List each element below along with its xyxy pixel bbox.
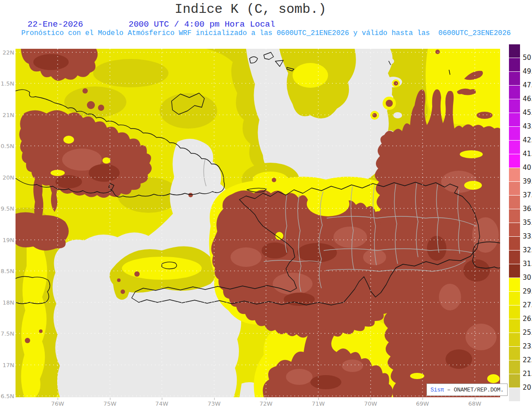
colorbar-segment	[509, 333, 520, 346]
lon-tick-label: 70W	[364, 400, 377, 407]
lat-tick-label: 1.5N	[1, 80, 14, 87]
k-index-map	[16, 49, 500, 397]
colorbar-segment	[509, 113, 520, 126]
colorbar-segment	[509, 71, 520, 85]
colorbar-segment	[509, 305, 520, 319]
lon-tick-label: 74W	[155, 400, 168, 407]
lon-tick-label: 75W	[103, 400, 116, 407]
colorbar-tick-label: 35.2	[523, 219, 532, 227]
model-info-line: Pronóstico con el Modelo Atmósferico WRF…	[0, 29, 532, 37]
colorbar-segment	[509, 154, 520, 168]
lat-tick-label: 0.5N	[1, 143, 14, 149]
lat-tick-label: 22N	[3, 49, 14, 56]
colorbar-segment	[509, 44, 520, 58]
colorbar-tick-label: 37.8	[523, 191, 532, 199]
lat-tick-label: 9.5N	[1, 205, 14, 212]
colorbar-tick-label: 20	[523, 384, 531, 391]
lon-tick-label: 71W	[312, 400, 325, 407]
lon-tick-label: 76W	[51, 400, 64, 407]
page-title: Indice K (C, somb.)	[0, 2, 501, 17]
colorbar-tick-label: 39.1	[523, 177, 532, 185]
lat-tick-label: 8.5N	[1, 268, 14, 274]
colorbar-tick-label: 42.6	[523, 136, 532, 144]
colorbar-segment	[509, 168, 520, 181]
forecast-date: 22-Ene-2026	[27, 20, 83, 29]
lat-tick-label: 21N	[3, 112, 14, 118]
colorbar-tick-label: 50	[523, 54, 531, 62]
colorbar-segment	[509, 58, 520, 71]
colorbar-tick-label: 40	[523, 164, 531, 172]
colorbar-segment	[509, 291, 520, 305]
lat-tick-label: 7.5N	[1, 330, 14, 337]
longitude-axis: 76W 75W 74W 73W 72W 71W 70W 69W 68W	[16, 400, 500, 409]
colorbar-segment	[509, 140, 520, 154]
colorbar-tick-label: 25.2	[523, 329, 532, 337]
colorbar-segment	[509, 209, 520, 223]
colorbar-segment	[509, 388, 520, 401]
weather-map-page: Indice K (C, somb.) 22-Ene-2026 2000 UTC…	[0, 0, 532, 411]
colorbar-segment	[509, 264, 520, 278]
colorbar-segment	[509, 223, 520, 236]
colorbar-tick-label: 33.9	[523, 232, 532, 240]
attribution-text: – ONAMET/REP.DOM.	[444, 387, 504, 393]
lat-tick-label: 20N	[3, 174, 14, 181]
attribution-box: Sisπ – ONAMET/REP.DOM.	[426, 384, 508, 396]
colorbar-labels: 50 49.1 47.8 46.5 45.2 43.9 42.6 41.3 40…	[523, 44, 532, 403]
colorbar-tick-label: 36.5	[523, 205, 532, 213]
colorbar-segment	[509, 236, 520, 250]
colorbar-segment	[509, 126, 520, 140]
colorbar-tick-label: 31.3	[523, 260, 532, 268]
colorbar-tick-label: 41.3	[523, 150, 532, 158]
lat-tick-label: 19N	[3, 237, 14, 243]
lat-tick-label: 18N	[3, 299, 14, 306]
colorbar-tick-label: 29.1	[523, 287, 532, 295]
colorbar-segment	[509, 85, 520, 99]
colorbar-tick-label: 32.6	[523, 246, 532, 254]
colorbar-segment	[509, 181, 520, 195]
colorbar-tick-label: 47.8	[523, 81, 532, 89]
lat-tick-label: 6.5N	[1, 393, 14, 399]
colorbar-tick-label: 22.6	[523, 356, 532, 364]
colorbar-segment	[509, 374, 520, 388]
colorbar-tick-label: 27.8	[523, 301, 532, 309]
colorbar	[509, 44, 520, 401]
colorbar-segment	[509, 360, 520, 374]
forecast-time: 2000 UTC / 4:00 pm Hora Local	[129, 20, 275, 29]
attribution-brand: Sisπ	[430, 387, 444, 393]
colorbar-tick-label: 26.5	[523, 315, 532, 323]
colorbar-segment	[509, 99, 520, 113]
colorbar-tick-label: 30	[523, 274, 531, 282]
colorbar-segment	[509, 346, 520, 360]
lon-tick-label: 68W	[468, 400, 481, 407]
latitude-axis: 22N 1.5N 21N 0.5N 20N 9.5N 19N 8.5N 18N …	[0, 49, 14, 397]
colorbar-tick-label: 45.2	[523, 109, 532, 117]
lon-tick-label: 73W	[207, 400, 220, 407]
colorbar-tick-label: 49.1	[523, 67, 532, 75]
colorbar-segment	[509, 250, 520, 264]
lat-tick-label: 17N	[3, 362, 14, 368]
colorbar-tick-label: 23.9	[523, 342, 532, 350]
lon-tick-label: 69W	[416, 400, 429, 407]
colorbar-tick-label: 43.9	[523, 122, 532, 130]
colorbar-segment	[509, 195, 520, 209]
colorbar-tick-label: 21.3	[523, 370, 532, 378]
lon-tick-label: 72W	[259, 400, 272, 407]
colorbar-segment	[509, 278, 520, 291]
colorbar-tick-label: 46.5	[523, 95, 532, 103]
colorbar-segment	[509, 319, 520, 333]
